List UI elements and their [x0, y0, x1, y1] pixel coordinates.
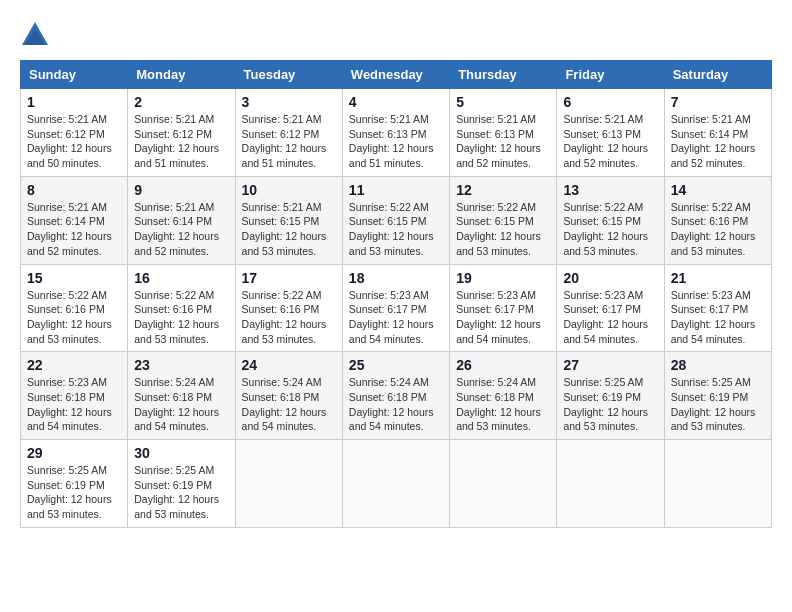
- weekday-header: Tuesday: [235, 61, 342, 89]
- day-number: 10: [242, 182, 336, 198]
- day-info: Sunrise: 5:22 AMSunset: 6:16 PMDaylight:…: [671, 201, 756, 257]
- day-info: Sunrise: 5:24 AMSunset: 6:18 PMDaylight:…: [349, 376, 434, 432]
- calendar-cell: 21 Sunrise: 5:23 AMSunset: 6:17 PMDaylig…: [664, 264, 771, 352]
- calendar-cell: 6 Sunrise: 5:21 AMSunset: 6:13 PMDayligh…: [557, 89, 664, 177]
- calendar-week-row: 1 Sunrise: 5:21 AMSunset: 6:12 PMDayligh…: [21, 89, 772, 177]
- calendar-cell: 4 Sunrise: 5:21 AMSunset: 6:13 PMDayligh…: [342, 89, 449, 177]
- weekday-header: Friday: [557, 61, 664, 89]
- calendar-cell: 22 Sunrise: 5:23 AMSunset: 6:18 PMDaylig…: [21, 352, 128, 440]
- day-info: Sunrise: 5:21 AMSunset: 6:13 PMDaylight:…: [563, 113, 648, 169]
- day-info: Sunrise: 5:23 AMSunset: 6:17 PMDaylight:…: [563, 289, 648, 345]
- calendar-cell: [235, 440, 342, 528]
- calendar-cell: 12 Sunrise: 5:22 AMSunset: 6:15 PMDaylig…: [450, 176, 557, 264]
- day-info: Sunrise: 5:23 AMSunset: 6:17 PMDaylight:…: [349, 289, 434, 345]
- calendar-cell: 1 Sunrise: 5:21 AMSunset: 6:12 PMDayligh…: [21, 89, 128, 177]
- calendar-cell: 9 Sunrise: 5:21 AMSunset: 6:14 PMDayligh…: [128, 176, 235, 264]
- weekday-header: Monday: [128, 61, 235, 89]
- day-number: 12: [456, 182, 550, 198]
- day-info: Sunrise: 5:21 AMSunset: 6:14 PMDaylight:…: [27, 201, 112, 257]
- day-info: Sunrise: 5:21 AMSunset: 6:14 PMDaylight:…: [134, 201, 219, 257]
- day-number: 13: [563, 182, 657, 198]
- day-number: 14: [671, 182, 765, 198]
- day-number: 15: [27, 270, 121, 286]
- calendar-cell: 13 Sunrise: 5:22 AMSunset: 6:15 PMDaylig…: [557, 176, 664, 264]
- weekday-header: Saturday: [664, 61, 771, 89]
- calendar-cell: 29 Sunrise: 5:25 AMSunset: 6:19 PMDaylig…: [21, 440, 128, 528]
- day-number: 9: [134, 182, 228, 198]
- weekday-header: Wednesday: [342, 61, 449, 89]
- day-info: Sunrise: 5:25 AMSunset: 6:19 PMDaylight:…: [563, 376, 648, 432]
- calendar-cell: 17 Sunrise: 5:22 AMSunset: 6:16 PMDaylig…: [235, 264, 342, 352]
- day-number: 20: [563, 270, 657, 286]
- day-number: 5: [456, 94, 550, 110]
- day-info: Sunrise: 5:21 AMSunset: 6:14 PMDaylight:…: [671, 113, 756, 169]
- day-info: Sunrise: 5:21 AMSunset: 6:12 PMDaylight:…: [242, 113, 327, 169]
- weekday-header: Thursday: [450, 61, 557, 89]
- calendar-cell: 2 Sunrise: 5:21 AMSunset: 6:12 PMDayligh…: [128, 89, 235, 177]
- calendar-cell: 19 Sunrise: 5:23 AMSunset: 6:17 PMDaylig…: [450, 264, 557, 352]
- calendar-cell: 14 Sunrise: 5:22 AMSunset: 6:16 PMDaylig…: [664, 176, 771, 264]
- calendar-cell: 20 Sunrise: 5:23 AMSunset: 6:17 PMDaylig…: [557, 264, 664, 352]
- calendar-cell: 25 Sunrise: 5:24 AMSunset: 6:18 PMDaylig…: [342, 352, 449, 440]
- calendar-cell: 5 Sunrise: 5:21 AMSunset: 6:13 PMDayligh…: [450, 89, 557, 177]
- calendar-header-row: SundayMondayTuesdayWednesdayThursdayFrid…: [21, 61, 772, 89]
- day-info: Sunrise: 5:23 AMSunset: 6:17 PMDaylight:…: [671, 289, 756, 345]
- day-number: 18: [349, 270, 443, 286]
- day-number: 25: [349, 357, 443, 373]
- day-number: 27: [563, 357, 657, 373]
- day-info: Sunrise: 5:22 AMSunset: 6:16 PMDaylight:…: [134, 289, 219, 345]
- day-info: Sunrise: 5:21 AMSunset: 6:12 PMDaylight:…: [27, 113, 112, 169]
- day-number: 22: [27, 357, 121, 373]
- calendar-cell: [342, 440, 449, 528]
- calendar-week-row: 29 Sunrise: 5:25 AMSunset: 6:19 PMDaylig…: [21, 440, 772, 528]
- calendar-cell: 7 Sunrise: 5:21 AMSunset: 6:14 PMDayligh…: [664, 89, 771, 177]
- day-info: Sunrise: 5:25 AMSunset: 6:19 PMDaylight:…: [27, 464, 112, 520]
- calendar-week-row: 15 Sunrise: 5:22 AMSunset: 6:16 PMDaylig…: [21, 264, 772, 352]
- day-info: Sunrise: 5:24 AMSunset: 6:18 PMDaylight:…: [242, 376, 327, 432]
- calendar-cell: [557, 440, 664, 528]
- day-info: Sunrise: 5:24 AMSunset: 6:18 PMDaylight:…: [456, 376, 541, 432]
- day-number: 2: [134, 94, 228, 110]
- calendar-cell: 24 Sunrise: 5:24 AMSunset: 6:18 PMDaylig…: [235, 352, 342, 440]
- calendar-cell: 11 Sunrise: 5:22 AMSunset: 6:15 PMDaylig…: [342, 176, 449, 264]
- day-info: Sunrise: 5:22 AMSunset: 6:15 PMDaylight:…: [563, 201, 648, 257]
- day-number: 19: [456, 270, 550, 286]
- day-number: 8: [27, 182, 121, 198]
- calendar-cell: 23 Sunrise: 5:24 AMSunset: 6:18 PMDaylig…: [128, 352, 235, 440]
- day-info: Sunrise: 5:22 AMSunset: 6:16 PMDaylight:…: [27, 289, 112, 345]
- calendar-cell: 28 Sunrise: 5:25 AMSunset: 6:19 PMDaylig…: [664, 352, 771, 440]
- day-number: 4: [349, 94, 443, 110]
- weekday-header: Sunday: [21, 61, 128, 89]
- calendar-cell: 16 Sunrise: 5:22 AMSunset: 6:16 PMDaylig…: [128, 264, 235, 352]
- day-info: Sunrise: 5:22 AMSunset: 6:15 PMDaylight:…: [456, 201, 541, 257]
- calendar-cell: 18 Sunrise: 5:23 AMSunset: 6:17 PMDaylig…: [342, 264, 449, 352]
- calendar-cell: 27 Sunrise: 5:25 AMSunset: 6:19 PMDaylig…: [557, 352, 664, 440]
- day-number: 21: [671, 270, 765, 286]
- logo: [20, 20, 54, 50]
- day-info: Sunrise: 5:21 AMSunset: 6:15 PMDaylight:…: [242, 201, 327, 257]
- day-info: Sunrise: 5:21 AMSunset: 6:12 PMDaylight:…: [134, 113, 219, 169]
- calendar-table: SundayMondayTuesdayWednesdayThursdayFrid…: [20, 60, 772, 528]
- calendar-cell: [664, 440, 771, 528]
- day-number: 6: [563, 94, 657, 110]
- calendar-week-row: 8 Sunrise: 5:21 AMSunset: 6:14 PMDayligh…: [21, 176, 772, 264]
- logo-icon: [20, 20, 50, 50]
- day-number: 3: [242, 94, 336, 110]
- day-info: Sunrise: 5:21 AMSunset: 6:13 PMDaylight:…: [349, 113, 434, 169]
- calendar-cell: 3 Sunrise: 5:21 AMSunset: 6:12 PMDayligh…: [235, 89, 342, 177]
- day-number: 11: [349, 182, 443, 198]
- day-info: Sunrise: 5:22 AMSunset: 6:16 PMDaylight:…: [242, 289, 327, 345]
- day-info: Sunrise: 5:24 AMSunset: 6:18 PMDaylight:…: [134, 376, 219, 432]
- day-info: Sunrise: 5:22 AMSunset: 6:15 PMDaylight:…: [349, 201, 434, 257]
- day-number: 1: [27, 94, 121, 110]
- calendar-cell: [450, 440, 557, 528]
- calendar-body: 1 Sunrise: 5:21 AMSunset: 6:12 PMDayligh…: [21, 89, 772, 528]
- day-info: Sunrise: 5:23 AMSunset: 6:17 PMDaylight:…: [456, 289, 541, 345]
- day-number: 30: [134, 445, 228, 461]
- calendar-cell: 30 Sunrise: 5:25 AMSunset: 6:19 PMDaylig…: [128, 440, 235, 528]
- day-number: 16: [134, 270, 228, 286]
- calendar-cell: 10 Sunrise: 5:21 AMSunset: 6:15 PMDaylig…: [235, 176, 342, 264]
- calendar-cell: 8 Sunrise: 5:21 AMSunset: 6:14 PMDayligh…: [21, 176, 128, 264]
- day-number: 29: [27, 445, 121, 461]
- day-number: 17: [242, 270, 336, 286]
